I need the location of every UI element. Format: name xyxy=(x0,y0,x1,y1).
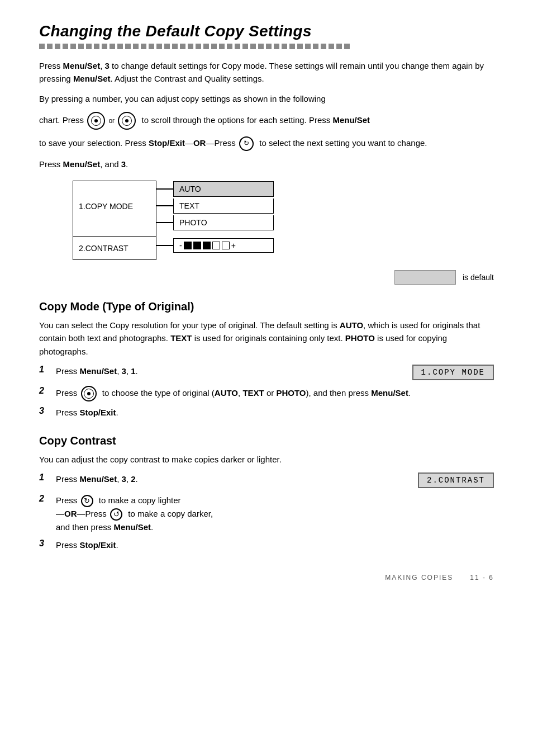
contrast-step-number-1: 1 xyxy=(39,472,50,483)
copy-mode-step-2: 2 Press to choose the type of original (… xyxy=(39,386,494,401)
contrast-step-2-text: Press ↻ to make a copy lighter —OR—Press… xyxy=(56,494,494,533)
default-box xyxy=(394,270,456,285)
contrast-lcd: 2.CONTRAST xyxy=(418,472,494,488)
copy-contrast-step-3: 3 Press Stop/Exit. xyxy=(39,538,494,551)
step-2-text: Press to choose the type of original (AU… xyxy=(56,386,494,401)
intro-paragraph-5: Press Menu/Set, and 3. xyxy=(39,158,494,171)
intro-paragraph-4: to save your selection. Press Stop/Exit—… xyxy=(39,136,494,151)
copy-mode-lcd: 1.COPY MODE xyxy=(412,365,494,380)
page-footer: MAKING COPIES 11 - 6 xyxy=(39,574,494,582)
default-label: is default xyxy=(463,273,494,282)
copy-mode-step-3: 3 Press Stop/Exit. xyxy=(39,406,494,419)
step-3-text: Press Stop/Exit. xyxy=(56,406,494,419)
contrast-step-1-text: Press Menu/Set, 3, 2. xyxy=(56,472,412,485)
intro-paragraph-3: chart. Press or to scroll through the op… xyxy=(39,112,494,130)
scroll-wheel-icon xyxy=(87,112,105,130)
copy-contrast-description: You can adjust the copy contrast to make… xyxy=(39,453,494,466)
scroll-wheel-icon-step2 xyxy=(81,386,97,401)
diagram-text-option: TEXT xyxy=(173,199,274,214)
diagram-contrast-bar: - + xyxy=(173,238,274,253)
diagram-contrast-label: 2.CONTRAST xyxy=(73,237,156,260)
settings-diagram: 1.COPY MODE 2.CONTRAST AUTO TEXT PHOTO xyxy=(73,181,363,260)
diagram-photo-option: PHOTO xyxy=(173,215,274,230)
diagram-auto-option: AUTO xyxy=(173,181,274,197)
diagram-copy-mode-label: 1.COPY MODE xyxy=(73,181,156,231)
contrast-step-3-text: Press Stop/Exit. xyxy=(56,538,494,551)
footer-section-label: MAKING COPIES xyxy=(385,574,453,582)
copy-contrast-step-2: 2 Press ↻ to make a copy lighter —OR—Pre… xyxy=(39,494,494,533)
dotted-separator xyxy=(39,44,494,49)
copy-mode-section-title: Copy Mode (Type of Original) xyxy=(39,300,494,313)
copy-mode-step-1: 1 Press Menu/Set, 3, 1. 1.COPY MODE xyxy=(39,365,494,380)
intro-paragraph-2: By pressing a number, you can adjust cop… xyxy=(39,92,494,105)
contrast-step-number-2: 2 xyxy=(39,494,50,504)
page-title: Changing the Default Copy Settings xyxy=(39,22,494,40)
copy-mode-description: You can select the Copy resolution for y… xyxy=(39,319,494,358)
scroll-wheel-icon-2 xyxy=(118,112,136,130)
step-1-text: Press Menu/Set, 3, 1. xyxy=(56,365,407,377)
copy-contrast-step-1: 1 Press Menu/Set, 3, 2. 2.CONTRAST xyxy=(39,472,494,488)
footer-page-number: 11 - 6 xyxy=(470,574,494,582)
step-number-1: 1 xyxy=(39,365,50,375)
intro-paragraph-1: Press Menu/Set, 3 to change default sett… xyxy=(39,59,494,86)
default-indicator-row: is default xyxy=(39,270,494,285)
step-number-3: 3 xyxy=(39,406,50,416)
step-number-2: 2 xyxy=(39,386,50,396)
arrow-lighter-icon: ↻ xyxy=(81,495,93,507)
arrow-darker-icon: ↺ xyxy=(110,508,122,521)
copy-contrast-section-title: Copy Contrast xyxy=(39,434,494,447)
arrow-icon-1: ↻ xyxy=(239,136,254,151)
contrast-step-number-3: 3 xyxy=(39,538,50,549)
